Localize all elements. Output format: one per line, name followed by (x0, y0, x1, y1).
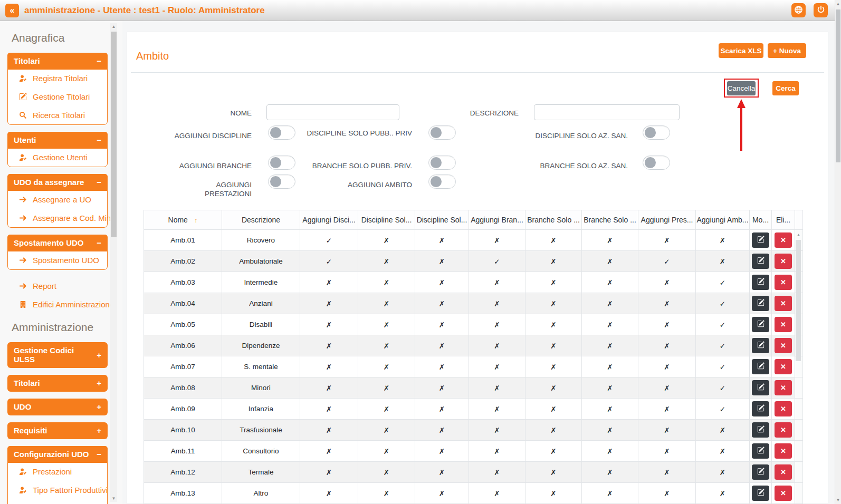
sidebar-panel-header-titolari[interactable]: Titolari− (7, 53, 108, 70)
cross-icon: ✗ (550, 427, 556, 434)
column-header-nome[interactable]: Nome↑ (144, 210, 222, 230)
edit-row-button[interactable] (752, 401, 769, 416)
delete-row-button[interactable]: ✕ (775, 338, 792, 353)
sidebar-item-raggrup-discipline[interactable]: Raggrup. Discipline (8, 499, 107, 504)
cross-icon: ✗ (494, 469, 500, 477)
edit-row-button[interactable] (752, 486, 769, 501)
column-header-branche-solo[interactable]: Branche Solo ... (582, 210, 638, 230)
edit-row-button[interactable] (752, 338, 769, 353)
search-button[interactable]: Cerca (772, 81, 799, 95)
scroll-up-icon[interactable]: ▲ (110, 24, 117, 29)
branche-solo-pubb-priv-toggle[interactable] (428, 156, 456, 170)
page-scrollbar-thumb[interactable] (836, 9, 840, 162)
aggiungi-branche-toggle[interactable] (268, 156, 295, 170)
sidebar-scrollbar[interactable]: ▲ ▼ (110, 23, 117, 502)
sidebar-item-ricerca-titolari[interactable]: Ricerca Titolari (8, 106, 107, 124)
column-header-aggiungi-pres[interactable]: Aggiungi Pres... (638, 210, 696, 230)
column-header-eli[interactable]: Eli... (772, 210, 795, 230)
scroll-down-icon[interactable]: ▼ (110, 496, 117, 501)
delete-row-button[interactable]: ✕ (775, 232, 792, 248)
sidebar-item-tipo-fattori-produttivi[interactable]: Tipo Fattori Produttivi (8, 481, 107, 499)
edit-row-button[interactable] (752, 443, 769, 459)
edit-row-button[interactable] (752, 380, 769, 395)
aggiungi-prestazioni-toggle[interactable] (268, 175, 295, 189)
delete-row-button[interactable]: ✕ (775, 317, 792, 332)
delete-row-button[interactable]: ✕ (775, 464, 792, 480)
edit-row-button[interactable] (752, 296, 769, 311)
scroll-up-icon[interactable]: ▲ (795, 232, 802, 237)
delete-row-button[interactable]: ✕ (775, 422, 792, 438)
sidebar-item-gestione-utenti[interactable]: Gestione Utenti (8, 148, 107, 167)
cross-icon: ✗ (326, 448, 332, 455)
delete-row-button[interactable]: ✕ (775, 275, 792, 290)
sidebar-item-gestione-titolari[interactable]: Gestione Titolari (8, 88, 107, 106)
edit-row-button[interactable] (752, 422, 769, 438)
sidebar-item-edifici-amministrazione[interactable]: Edifici Amministrazione (7, 295, 108, 314)
logout-button[interactable] (814, 3, 828, 17)
check-icon: ✓ (720, 300, 725, 308)
delete-row-button[interactable]: ✕ (775, 443, 792, 459)
column-header-discipline-sol[interactable]: Discipline Sol... (358, 210, 415, 230)
delete-row-button[interactable]: ✕ (775, 359, 792, 374)
column-header-mo[interactable]: Mo... (750, 210, 772, 230)
sidebar-panel-header-udo-da-assegnare[interactable]: UDO da assegnare− (7, 174, 108, 191)
column-header-aggiungi-disci[interactable]: Aggiungi Disci... (300, 210, 358, 230)
column-header-descrizione[interactable]: Descrizione (222, 210, 300, 230)
check-icon: ✓ (720, 321, 725, 329)
branche-solo-az-san-toggle[interactable] (643, 156, 670, 170)
delete-row-button[interactable]: ✕ (775, 486, 792, 501)
edit-row-button[interactable] (752, 464, 769, 480)
page-scrollbar[interactable]: ▲ ▼ (835, 0, 841, 504)
discipline-solo-pubb-priv-toggle[interactable] (428, 125, 456, 140)
cell-flag: ✗ (300, 399, 358, 420)
delete-row-button[interactable]: ✕ (775, 401, 792, 416)
sidebar-panel-header-utenti[interactable]: Utenti− (7, 132, 108, 149)
sidebar-panel-header-spostamento-udo[interactable]: Spostamento UDO− (7, 235, 108, 251)
descrizione-input[interactable] (534, 104, 680, 120)
sidebar-panel-header-requisiti[interactable]: Requisiti+ (7, 422, 108, 439)
cell-flag: ✗ (358, 272, 415, 293)
discipline-solo-az-san-toggle[interactable] (643, 125, 670, 140)
language-button[interactable] (791, 3, 806, 17)
nome-input[interactable] (266, 104, 399, 120)
delete-row-button[interactable]: ✕ (775, 380, 792, 395)
delete-row-button[interactable]: ✕ (775, 254, 792, 269)
aggiungi-discipline-toggle[interactable] (268, 125, 295, 140)
column-header-aggiungi-bran[interactable]: Aggiungi Bran... (469, 210, 525, 230)
new-button[interactable]: + Nuova (768, 43, 806, 58)
scroll-up-icon[interactable]: ▲ (835, 2, 841, 6)
aggiungi-ambito-toggle[interactable] (428, 175, 456, 189)
clear-button[interactable]: Cancella (727, 81, 756, 95)
pencil-square-icon (757, 404, 764, 413)
sidebar-item-registra-titolari[interactable]: Registra Titolari (8, 69, 107, 88)
delete-icon: ✕ (780, 426, 786, 434)
column-header-branche-solo[interactable]: Branche Solo ... (525, 210, 582, 230)
delete-row-button[interactable]: ✕ (775, 296, 792, 311)
delete-icon: ✕ (780, 384, 786, 392)
scroll-down-icon[interactable]: ▼ (835, 498, 841, 502)
cross-icon: ✗ (439, 448, 445, 455)
sidebar-item-prestazioni[interactable]: Prestazioni (8, 462, 107, 481)
sidebar-panel-header-configurazioni-udo[interactable]: Configurazioni UDO− (7, 446, 108, 463)
sidebar-item-assegnare-a-uo[interactable]: Assegnare a UO (8, 190, 107, 209)
sidebar-panel-header-titolari[interactable]: Titolari+ (7, 375, 108, 392)
download-xls-button[interactable]: Scarica XLS (719, 43, 763, 58)
column-header-aggiungi-amb[interactable]: Aggiungi Amb... (696, 210, 750, 230)
sidebar-panel-header-gestione-codici-ulss[interactable]: Gestione Codici ULSS+ (7, 342, 108, 368)
edit-row-button[interactable] (752, 317, 769, 332)
edit-row-button[interactable] (752, 232, 769, 248)
sidebar-item-assegnare-a-cod-min[interactable]: Assegnare a Cod. Min. (8, 209, 107, 227)
sidebar-item-spostamento-udo[interactable]: Spostamento UDO (8, 251, 107, 269)
cell-flag: ✗ (582, 462, 638, 483)
table-scrollbar[interactable]: ▲ (795, 230, 802, 504)
sidebar-item-report[interactable]: Report (7, 277, 108, 295)
edit-row-button[interactable] (752, 254, 769, 269)
column-header-discipline-sol[interactable]: Discipline Sol... (415, 210, 469, 230)
table-scrollbar-thumb[interactable] (796, 240, 801, 361)
sidebar-scrollbar-thumb[interactable] (111, 32, 117, 237)
edit-row-button[interactable] (752, 359, 769, 374)
sidebar-panel-header-udo[interactable]: UDO+ (7, 399, 108, 415)
sidebar-collapse-button[interactable]: « (5, 4, 19, 17)
cross-icon: ✗ (720, 237, 725, 245)
edit-row-button[interactable] (752, 275, 769, 290)
